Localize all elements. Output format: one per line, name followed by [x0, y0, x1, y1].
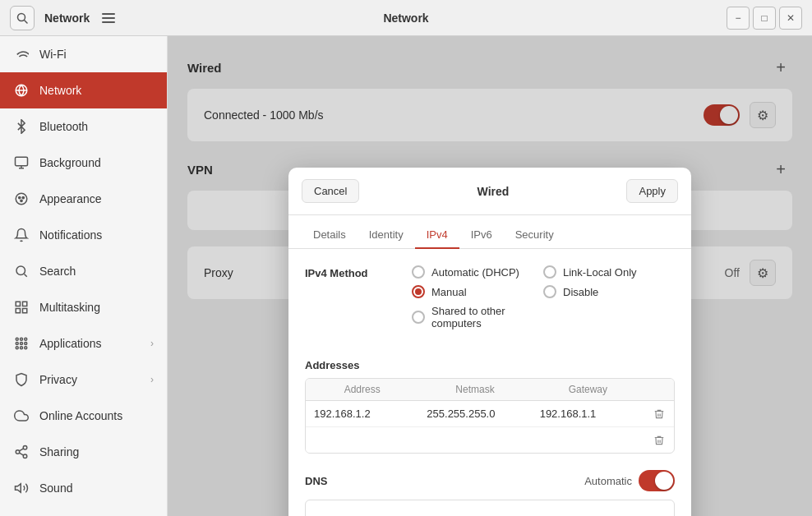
dialog-tab-identity[interactable]: Identity	[358, 222, 415, 249]
svg-point-23	[16, 343, 18, 345]
dialog-tab-details[interactable]: Details	[302, 222, 358, 249]
radio-manual[interactable]: Manual	[412, 285, 543, 298]
apps-icon	[13, 335, 30, 352]
radio-circle-manual	[412, 285, 425, 298]
wired-dialog: Cancel Wired Apply DetailsIdentityIPv4IP…	[288, 168, 691, 516]
dialog-title: Wired	[359, 185, 626, 198]
ipv4-method-label: IPv4 Method	[305, 265, 412, 346]
sidebar-item-applications[interactable]: Applications ›	[0, 325, 167, 362]
sidebar-item-sound[interactable]: Sound	[0, 470, 167, 506]
sidebar-item-bluetooth[interactable]: Bluetooth	[0, 108, 167, 145]
dns-label: DNS	[305, 475, 327, 487]
menu-button[interactable]	[96, 6, 121, 30]
addr-address-cell-1	[306, 427, 418, 453]
addr-netmask-input-1[interactable]	[418, 427, 531, 453]
radio-label-automatic-dhcp: Automatic (DHCP)	[431, 266, 519, 279]
addresses-title: Addresses	[305, 359, 675, 371]
dialog-tab-security[interactable]: Security	[504, 222, 565, 249]
minimize-button[interactable]: −	[727, 7, 750, 30]
sound-icon	[13, 480, 30, 496]
grid-icon	[13, 299, 30, 316]
col-netmask-header: Netmask	[418, 379, 531, 400]
svg-point-29	[23, 446, 27, 450]
dialog-apply-button[interactable]: Apply	[626, 179, 678, 203]
maximize-button[interactable]: □	[753, 7, 776, 30]
svg-point-27	[21, 347, 23, 349]
addr-delete-button-0[interactable]	[644, 401, 674, 426]
addr-netmask-input-0[interactable]	[418, 401, 531, 426]
svg-point-26	[16, 347, 18, 349]
svg-line-1	[25, 20, 28, 23]
svg-rect-2	[102, 13, 115, 15]
close-button[interactable]: ✕	[779, 7, 802, 30]
dialog-overlay: Cancel Wired Apply DetailsIdentityIPv4IP…	[168, 36, 812, 516]
address-row-1	[306, 427, 674, 453]
svg-point-21	[21, 338, 23, 340]
radio-label-shared: Shared to other computers	[431, 305, 543, 329]
sidebar-label-appearance: Appearance	[39, 192, 102, 205]
dns-input[interactable]	[305, 500, 675, 516]
svg-point-30	[16, 450, 20, 454]
radio-automatic-dhcp[interactable]: Automatic (DHCP)	[412, 265, 543, 279]
svg-point-20	[16, 338, 18, 340]
svg-rect-18	[16, 309, 20, 313]
sidebar-item-online-accounts[interactable]: Online Accounts	[0, 398, 167, 434]
addr-address-input-1[interactable]	[306, 427, 418, 453]
svg-rect-17	[23, 302, 27, 306]
svg-point-10	[16, 193, 27, 205]
sidebar-label-search: Search	[39, 265, 76, 278]
svg-marker-34	[16, 484, 21, 493]
sidebar-item-privacy[interactable]: Privacy ›	[0, 362, 167, 398]
dialog-tab-ipv4[interactable]: IPv4	[415, 222, 459, 249]
window-title: Network	[383, 12, 428, 25]
addr-delete-button-1[interactable]	[644, 427, 674, 453]
addr-gateway-cell-0	[532, 401, 644, 426]
sidebar-item-background[interactable]: Background	[0, 145, 167, 181]
dns-toggle[interactable]	[639, 470, 675, 491]
svg-rect-4	[102, 21, 115, 23]
sidebar-item-notifications[interactable]: Notifications	[0, 217, 167, 253]
search-icon	[13, 263, 30, 279]
radio-label-link-local-only: Link-Local Only	[563, 266, 637, 279]
address-row-0	[306, 401, 674, 427]
addr-gateway-input-1[interactable]	[532, 427, 644, 453]
titlebar-left: Network	[10, 6, 121, 30]
addresses-table: Address Netmask Gateway	[305, 378, 675, 454]
sidebar-label-multitasking: Multitasking	[39, 301, 100, 314]
globe-icon	[13, 82, 30, 99]
svg-point-24	[21, 343, 23, 345]
svg-line-33	[19, 449, 23, 451]
addr-gateway-input-0[interactable]	[532, 401, 644, 426]
share-icon	[13, 444, 30, 460]
svg-rect-19	[23, 309, 27, 313]
radio-link-local-only[interactable]: Link-Local Only	[543, 265, 675, 279]
sidebar-item-sharing[interactable]: Sharing	[0, 434, 167, 470]
radio-disable[interactable]: Disable	[543, 285, 675, 298]
addr-address-input-0[interactable]	[306, 401, 418, 426]
col-delete-header	[644, 379, 674, 400]
sidebar-item-multitasking[interactable]: Multitasking	[0, 289, 167, 325]
chevron-icon: ›	[150, 374, 154, 385]
sidebar-item-appearance[interactable]: Appearance	[0, 181, 167, 217]
sidebar-item-network[interactable]: Network	[0, 72, 167, 108]
app-body: Wi-Fi Network Bluetooth Background Appea…	[0, 36, 812, 516]
sidebar-label-sharing: Sharing	[39, 445, 79, 458]
radio-circle-disable	[543, 285, 556, 298]
svg-point-12	[22, 196, 24, 198]
radio-group: Automatic (DHCP) Link-Local Only Manual …	[412, 265, 675, 329]
radio-circle-automatic-dhcp	[412, 265, 425, 279]
sidebar-label-background: Background	[39, 156, 101, 169]
sidebar-item-search[interactable]: Search	[0, 253, 167, 289]
search-button[interactable]	[10, 6, 35, 30]
dialog-body: IPv4 Method Automatic (DHCP) Link-Local …	[288, 249, 691, 516]
radio-shared[interactable]: Shared to other computers	[412, 305, 543, 329]
dialog-cancel-button[interactable]: Cancel	[302, 179, 359, 203]
dialog-tab-ipv6[interactable]: IPv6	[459, 222, 504, 249]
svg-point-31	[23, 454, 27, 458]
dns-toggle-knob	[655, 472, 673, 490]
titlebar: Network Network − □ ✕	[0, 0, 812, 36]
sidebar-item-wifi[interactable]: Wi-Fi	[0, 36, 167, 72]
addresses-header: Address Netmask Gateway	[306, 379, 674, 401]
radio-label-manual: Manual	[431, 286, 467, 298]
svg-point-25	[25, 343, 27, 345]
